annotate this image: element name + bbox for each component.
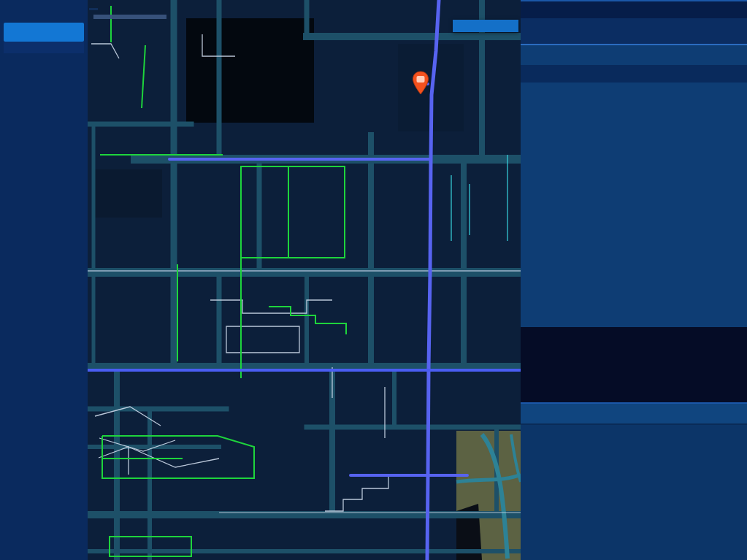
right-panel-topbar bbox=[521, 0, 747, 18]
water-age-title bbox=[521, 404, 747, 425]
plant-pressure-label bbox=[89, 8, 98, 10]
water-age-panel bbox=[521, 402, 747, 560]
sidebar bbox=[0, 0, 88, 560]
sidebar-title bbox=[0, 0, 88, 19]
timestamp bbox=[521, 18, 747, 44]
pipes-cyan bbox=[451, 155, 507, 241]
key-node-title bbox=[521, 44, 747, 65]
plant-pressure-value bbox=[93, 15, 166, 19]
layer-select-panel bbox=[453, 20, 518, 32]
map-canvas[interactable] bbox=[88, 0, 521, 560]
layer-panel-title bbox=[453, 20, 518, 32]
table-header bbox=[521, 65, 747, 83]
plant-pressure-overlay bbox=[89, 0, 166, 19]
online-simulation-button[interactable] bbox=[4, 23, 84, 42]
right-panel bbox=[521, 0, 747, 560]
map-view[interactable] bbox=[88, 0, 521, 560]
model-submenu bbox=[4, 42, 84, 53]
water-age-chart bbox=[521, 425, 747, 560]
app-window bbox=[0, 0, 747, 560]
key-node-section bbox=[521, 44, 747, 327]
